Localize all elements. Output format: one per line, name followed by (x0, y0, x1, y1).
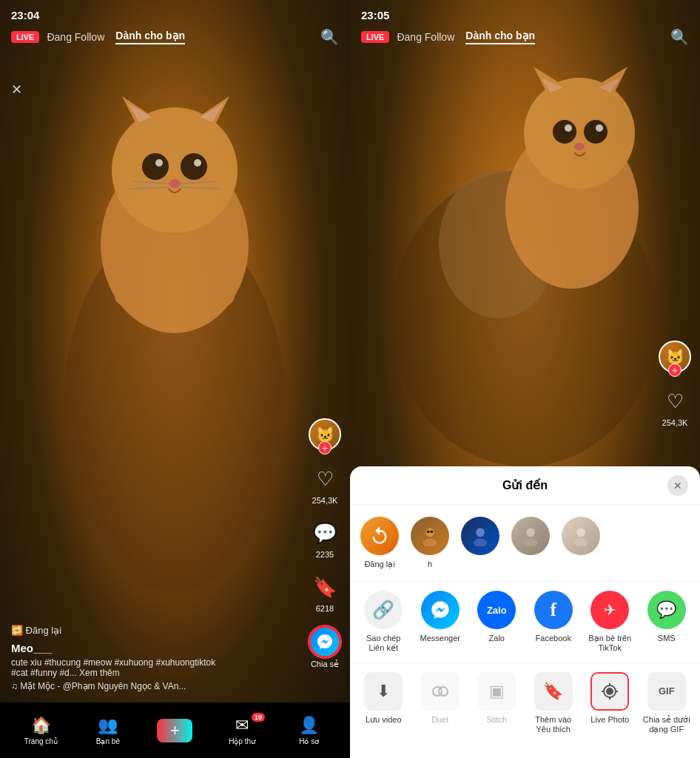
add-button[interactable]: + (157, 719, 192, 742)
heart-icon: ♡ (310, 464, 340, 494)
bookmark-button[interactable]: 🔖 6218 (310, 572, 340, 613)
creator-avatar[interactable]: 🐱 + (309, 418, 341, 451)
contact-repost[interactable]: Đăng lại (357, 517, 402, 569)
svg-point-33 (427, 531, 430, 534)
close-button-left[interactable]: ✕ (11, 81, 22, 98)
nav-following-right[interactable]: Đang Follow (397, 31, 454, 43)
duet-icon (421, 672, 460, 711)
svg-point-16 (115, 283, 159, 309)
repost-button[interactable]: 🔁 Đăng lại (11, 625, 233, 636)
comment-button[interactable]: 💬 2235 (310, 518, 340, 559)
nav-profile[interactable]: 👤 Hồ sơ (291, 716, 328, 745)
duet-label: Duet (431, 715, 448, 725)
contact-avatar-repost (360, 517, 399, 555)
inbox-badge: 19 (252, 713, 265, 722)
contact-avatar-1 (411, 517, 449, 555)
svg-point-26 (553, 120, 576, 144)
nav-for-you-left[interactable]: Dành cho bạn (115, 30, 185, 44)
top-bar-right: LIVE Đang Follow Dành cho bạn 🔍 (350, 16, 700, 57)
close-share-sheet-button[interactable]: ✕ (667, 475, 688, 496)
share-actions-row: 🔗 Sao chép Liên kết Messenger Zalo Zalo … (350, 582, 700, 663)
add-favorite-icon: 🔖 (534, 672, 573, 711)
share-sheet-title: Gửi đến (502, 478, 548, 492)
messenger-icon (421, 591, 460, 629)
share-messenger[interactable]: Messenger (416, 591, 464, 653)
contact-user3[interactable] (508, 517, 553, 569)
share-live-photo[interactable]: Live Photo (586, 672, 634, 734)
contact-user4[interactable] (559, 517, 603, 569)
search-icon-right[interactable]: 🔍 (670, 28, 689, 46)
share-sheet-header: Gửi đến ✕ (350, 466, 700, 505)
svg-point-39 (576, 529, 585, 537)
svg-point-38 (524, 539, 538, 547)
svg-point-30 (574, 143, 585, 150)
svg-point-9 (155, 159, 163, 167)
time-right: 23:05 (361, 9, 389, 21)
save-video-icon: ⬇ (364, 672, 403, 711)
share-copy-link[interactable]: 🔗 Sao chép Liên kết (360, 591, 408, 653)
comment-count: 2235 (316, 550, 334, 559)
contact-user2[interactable] (458, 517, 502, 569)
share-stitch[interactable]: ▣ Stitch (473, 672, 521, 734)
share-add-favorite[interactable]: 🔖 Thêm vào Yêu thích (529, 672, 577, 734)
profile-icon: 👤 (299, 716, 319, 735)
svg-point-36 (474, 539, 488, 547)
bottom-navigation: 🏠 Trang chủ 👥 Bạn bè + ✉ 19 Hộp thư 👤 Hồ… (0, 702, 350, 758)
svg-point-40 (574, 539, 588, 547)
top-bar-left: LIVE Đang Follow Dành cho bạn 🔍 (0, 16, 350, 57)
video-overlay-text: 🔁 Đăng lại Meo___ cute xiu #thucung #meo… (11, 625, 233, 691)
follow-plus-right[interactable]: + (668, 363, 682, 377)
sms-icon: 💬 (647, 591, 686, 629)
music-info: ♫ Mặt Mộc - @Phạm Nguyên Ngọc & VAn... (11, 681, 233, 691)
nav-following-left[interactable]: Đang Follow (47, 31, 104, 43)
right-action-icons: 🐱 + ♡ 254,3K 💬 2235 🔖 6218 Chia sẻ (309, 418, 341, 669)
share-button[interactable]: Chia sẻ (309, 626, 340, 669)
heart-icon-right: ♡ (660, 386, 690, 416)
live-photo-icon (590, 672, 629, 711)
svg-point-17 (190, 283, 235, 309)
svg-point-43 (606, 688, 613, 695)
stitch-label: Stitch (486, 715, 507, 725)
share-sheet: Gửi đến ✕ Đăng lại (350, 466, 700, 758)
nav-inbox[interactable]: ✉ 19 Hộp thư (223, 716, 260, 745)
svg-point-34 (431, 531, 434, 534)
svg-point-2 (112, 107, 238, 233)
facebook-label: Facebook (536, 634, 571, 643)
share-label: Chia sẻ (311, 660, 339, 669)
share-facebook[interactable]: f Facebook (529, 591, 577, 653)
nav-for-you-right[interactable]: Dành cho bạn (465, 30, 535, 44)
like-button[interactable]: ♡ 254,3K (310, 464, 340, 505)
nav-add[interactable]: + (156, 719, 193, 742)
nav-inbox-label: Hộp thư (229, 737, 255, 745)
save-video-label: Lưu video (366, 715, 402, 725)
follow-plus-button[interactable]: + (318, 441, 332, 455)
contact-avatar-2 (461, 517, 499, 555)
share-save-video[interactable]: ⬇ Lưu video (360, 672, 408, 734)
video-hashtags: cute xiu #thucung #meow #xuhuong #xuhuon… (11, 657, 233, 678)
contact-user1[interactable]: h (408, 517, 452, 569)
svg-point-32 (423, 539, 437, 547)
svg-point-27 (584, 120, 608, 144)
nav-home-label: Trang chủ (24, 737, 58, 745)
creator-avatar-right[interactable]: 🐱 + (659, 341, 691, 373)
svg-point-35 (476, 529, 485, 537)
share-zalo[interactable]: Zalo Zalo (473, 591, 521, 653)
stitch-icon: ▣ (477, 672, 516, 711)
live-badge-right: LIVE (361, 31, 389, 43)
nav-friends[interactable]: 👥 Bạn bè (90, 716, 127, 745)
like-count: 254,3K (312, 496, 338, 505)
share-duet[interactable]: Duet (416, 672, 464, 734)
like-button-right[interactable]: ♡ 254,3K (660, 386, 690, 427)
share-sms[interactable]: 💬 SMS (642, 591, 690, 653)
gif-label: Chia sẻ dưới dạng GIF (642, 715, 690, 734)
share-gif[interactable]: GIF Chia sẻ dưới dạng GIF (642, 672, 690, 734)
right-side-icons: 🐱 + ♡ 254,3K (659, 341, 691, 427)
contact-name-repost: Đăng lại (364, 560, 394, 569)
tiktok-friends-icon: ✈ (590, 591, 629, 629)
search-icon-left[interactable]: 🔍 (320, 28, 339, 46)
svg-point-21 (524, 78, 635, 189)
share-messenger-icon (309, 626, 340, 657)
share-tiktok-friends[interactable]: ✈ Bạn bè trên TikTok (586, 591, 634, 653)
svg-point-28 (565, 124, 572, 132)
nav-home[interactable]: 🏠 Trang chủ (22, 716, 59, 745)
